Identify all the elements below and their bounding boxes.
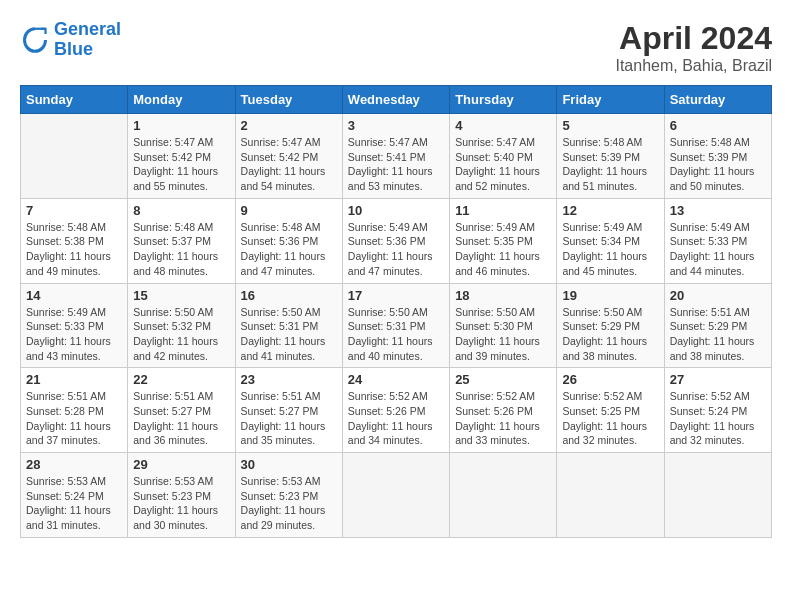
day-number: 8	[133, 203, 229, 218]
day-number: 26	[562, 372, 658, 387]
day-info: Sunrise: 5:50 AM Sunset: 5:32 PM Dayligh…	[133, 305, 229, 364]
day-number: 23	[241, 372, 337, 387]
day-number: 16	[241, 288, 337, 303]
calendar-cell: 27Sunrise: 5:52 AM Sunset: 5:24 PM Dayli…	[664, 368, 771, 453]
day-info: Sunrise: 5:51 AM Sunset: 5:27 PM Dayligh…	[133, 389, 229, 448]
calendar-cell: 4Sunrise: 5:47 AM Sunset: 5:40 PM Daylig…	[450, 114, 557, 199]
day-header-saturday: Saturday	[664, 86, 771, 114]
week-row-2: 7Sunrise: 5:48 AM Sunset: 5:38 PM Daylig…	[21, 198, 772, 283]
calendar-cell: 3Sunrise: 5:47 AM Sunset: 5:41 PM Daylig…	[342, 114, 449, 199]
calendar-cell	[21, 114, 128, 199]
day-number: 25	[455, 372, 551, 387]
calendar-cell: 1Sunrise: 5:47 AM Sunset: 5:42 PM Daylig…	[128, 114, 235, 199]
day-info: Sunrise: 5:47 AM Sunset: 5:42 PM Dayligh…	[241, 135, 337, 194]
day-number: 6	[670, 118, 766, 133]
day-info: Sunrise: 5:48 AM Sunset: 5:37 PM Dayligh…	[133, 220, 229, 279]
week-row-4: 21Sunrise: 5:51 AM Sunset: 5:28 PM Dayli…	[21, 368, 772, 453]
calendar-cell: 15Sunrise: 5:50 AM Sunset: 5:32 PM Dayli…	[128, 283, 235, 368]
calendar-title: April 2024	[615, 20, 772, 57]
day-info: Sunrise: 5:49 AM Sunset: 5:34 PM Dayligh…	[562, 220, 658, 279]
calendar-table: SundayMondayTuesdayWednesdayThursdayFrid…	[20, 85, 772, 538]
day-number: 4	[455, 118, 551, 133]
day-info: Sunrise: 5:51 AM Sunset: 5:28 PM Dayligh…	[26, 389, 122, 448]
calendar-cell	[557, 453, 664, 538]
page-header: General Blue April 2024 Itanhem, Bahia, …	[20, 20, 772, 75]
calendar-cell: 19Sunrise: 5:50 AM Sunset: 5:29 PM Dayli…	[557, 283, 664, 368]
calendar-cell: 20Sunrise: 5:51 AM Sunset: 5:29 PM Dayli…	[664, 283, 771, 368]
day-info: Sunrise: 5:48 AM Sunset: 5:39 PM Dayligh…	[670, 135, 766, 194]
day-number: 3	[348, 118, 444, 133]
day-info: Sunrise: 5:50 AM Sunset: 5:31 PM Dayligh…	[348, 305, 444, 364]
title-block: April 2024 Itanhem, Bahia, Brazil	[615, 20, 772, 75]
calendar-cell: 5Sunrise: 5:48 AM Sunset: 5:39 PM Daylig…	[557, 114, 664, 199]
day-info: Sunrise: 5:50 AM Sunset: 5:30 PM Dayligh…	[455, 305, 551, 364]
day-number: 11	[455, 203, 551, 218]
calendar-cell: 30Sunrise: 5:53 AM Sunset: 5:23 PM Dayli…	[235, 453, 342, 538]
logo-text: General Blue	[54, 20, 121, 60]
day-info: Sunrise: 5:49 AM Sunset: 5:35 PM Dayligh…	[455, 220, 551, 279]
day-number: 15	[133, 288, 229, 303]
calendar-cell: 14Sunrise: 5:49 AM Sunset: 5:33 PM Dayli…	[21, 283, 128, 368]
day-number: 7	[26, 203, 122, 218]
calendar-cell: 9Sunrise: 5:48 AM Sunset: 5:36 PM Daylig…	[235, 198, 342, 283]
day-header-friday: Friday	[557, 86, 664, 114]
calendar-cell: 11Sunrise: 5:49 AM Sunset: 5:35 PM Dayli…	[450, 198, 557, 283]
calendar-cell: 21Sunrise: 5:51 AM Sunset: 5:28 PM Dayli…	[21, 368, 128, 453]
calendar-cell: 22Sunrise: 5:51 AM Sunset: 5:27 PM Dayli…	[128, 368, 235, 453]
calendar-cell: 16Sunrise: 5:50 AM Sunset: 5:31 PM Dayli…	[235, 283, 342, 368]
calendar-cell: 23Sunrise: 5:51 AM Sunset: 5:27 PM Dayli…	[235, 368, 342, 453]
day-number: 13	[670, 203, 766, 218]
day-number: 30	[241, 457, 337, 472]
day-info: Sunrise: 5:47 AM Sunset: 5:41 PM Dayligh…	[348, 135, 444, 194]
day-number: 18	[455, 288, 551, 303]
calendar-cell	[450, 453, 557, 538]
day-info: Sunrise: 5:49 AM Sunset: 5:33 PM Dayligh…	[26, 305, 122, 364]
calendar-subtitle: Itanhem, Bahia, Brazil	[615, 57, 772, 75]
day-info: Sunrise: 5:50 AM Sunset: 5:31 PM Dayligh…	[241, 305, 337, 364]
logo-icon	[20, 25, 50, 55]
day-number: 29	[133, 457, 229, 472]
day-info: Sunrise: 5:51 AM Sunset: 5:27 PM Dayligh…	[241, 389, 337, 448]
day-number: 10	[348, 203, 444, 218]
day-info: Sunrise: 5:51 AM Sunset: 5:29 PM Dayligh…	[670, 305, 766, 364]
day-number: 21	[26, 372, 122, 387]
day-info: Sunrise: 5:52 AM Sunset: 5:26 PM Dayligh…	[348, 389, 444, 448]
calendar-header-row: SundayMondayTuesdayWednesdayThursdayFrid…	[21, 86, 772, 114]
logo: General Blue	[20, 20, 121, 60]
calendar-cell: 2Sunrise: 5:47 AM Sunset: 5:42 PM Daylig…	[235, 114, 342, 199]
calendar-cell: 29Sunrise: 5:53 AM Sunset: 5:23 PM Dayli…	[128, 453, 235, 538]
day-number: 1	[133, 118, 229, 133]
day-number: 28	[26, 457, 122, 472]
day-number: 20	[670, 288, 766, 303]
day-number: 2	[241, 118, 337, 133]
day-number: 17	[348, 288, 444, 303]
calendar-cell: 7Sunrise: 5:48 AM Sunset: 5:38 PM Daylig…	[21, 198, 128, 283]
day-info: Sunrise: 5:48 AM Sunset: 5:38 PM Dayligh…	[26, 220, 122, 279]
day-info: Sunrise: 5:53 AM Sunset: 5:23 PM Dayligh…	[241, 474, 337, 533]
day-info: Sunrise: 5:52 AM Sunset: 5:24 PM Dayligh…	[670, 389, 766, 448]
day-info: Sunrise: 5:53 AM Sunset: 5:23 PM Dayligh…	[133, 474, 229, 533]
calendar-cell: 26Sunrise: 5:52 AM Sunset: 5:25 PM Dayli…	[557, 368, 664, 453]
calendar-cell: 6Sunrise: 5:48 AM Sunset: 5:39 PM Daylig…	[664, 114, 771, 199]
week-row-3: 14Sunrise: 5:49 AM Sunset: 5:33 PM Dayli…	[21, 283, 772, 368]
calendar-cell: 18Sunrise: 5:50 AM Sunset: 5:30 PM Dayli…	[450, 283, 557, 368]
day-number: 22	[133, 372, 229, 387]
calendar-cell: 28Sunrise: 5:53 AM Sunset: 5:24 PM Dayli…	[21, 453, 128, 538]
week-row-5: 28Sunrise: 5:53 AM Sunset: 5:24 PM Dayli…	[21, 453, 772, 538]
calendar-cell: 8Sunrise: 5:48 AM Sunset: 5:37 PM Daylig…	[128, 198, 235, 283]
day-header-monday: Monday	[128, 86, 235, 114]
day-number: 14	[26, 288, 122, 303]
day-number: 27	[670, 372, 766, 387]
day-info: Sunrise: 5:48 AM Sunset: 5:36 PM Dayligh…	[241, 220, 337, 279]
day-header-thursday: Thursday	[450, 86, 557, 114]
day-info: Sunrise: 5:49 AM Sunset: 5:36 PM Dayligh…	[348, 220, 444, 279]
day-info: Sunrise: 5:53 AM Sunset: 5:24 PM Dayligh…	[26, 474, 122, 533]
day-number: 24	[348, 372, 444, 387]
day-info: Sunrise: 5:47 AM Sunset: 5:40 PM Dayligh…	[455, 135, 551, 194]
calendar-cell: 13Sunrise: 5:49 AM Sunset: 5:33 PM Dayli…	[664, 198, 771, 283]
day-header-wednesday: Wednesday	[342, 86, 449, 114]
day-number: 12	[562, 203, 658, 218]
calendar-cell: 24Sunrise: 5:52 AM Sunset: 5:26 PM Dayli…	[342, 368, 449, 453]
calendar-cell: 10Sunrise: 5:49 AM Sunset: 5:36 PM Dayli…	[342, 198, 449, 283]
day-header-tuesday: Tuesday	[235, 86, 342, 114]
